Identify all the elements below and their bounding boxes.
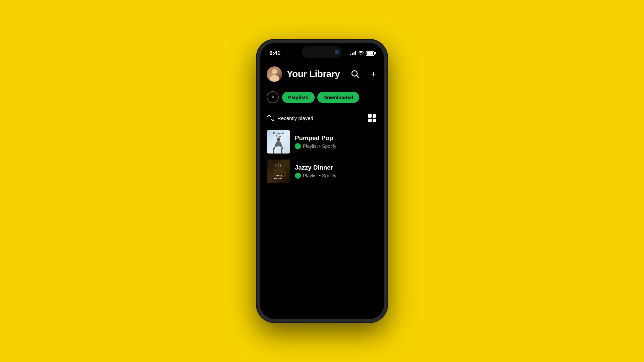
- phone-screen: 9:41: [260, 43, 384, 319]
- grid-icon: [368, 114, 376, 122]
- volume-up-button: [257, 97, 257, 109]
- phone-frame: 9:41: [257, 40, 387, 322]
- download-badge: ↓: [295, 173, 301, 179]
- header-left: Your Library: [267, 66, 340, 82]
- playlist-info-jazzy-dinner: Jazzy Dinner ↓ Playlist • Spotify: [295, 164, 377, 179]
- playlist-type-label: Playlist • Spotify: [303, 143, 336, 149]
- sort-label: Recently played: [277, 115, 313, 121]
- download-arrow-icon: ↓: [297, 144, 299, 148]
- plus-icon: +: [371, 69, 376, 79]
- avatar[interactable]: [267, 66, 282, 82]
- list-item[interactable]: JazzyDinner Jazzy Dinner ↓: [267, 160, 377, 183]
- phone-wrapper: 9:41: [257, 40, 387, 322]
- playlist-type-label: Playlist • Spotify: [303, 173, 336, 178]
- filter-chip-downloaded[interactable]: Downloaded: [317, 92, 359, 103]
- playlist-art-pumped-pop: PumpedPop: [267, 130, 290, 154]
- playlist-name: Pumped Pop: [295, 134, 377, 142]
- playlist-info-pumped-pop: Pumped Pop ↓ Playlist • Spotify: [295, 134, 377, 149]
- playlist-meta: ↓ Playlist • Spotify: [295, 143, 377, 149]
- dynamic-island: [302, 46, 342, 58]
- playlist-list: PumpedPop Pumped P: [267, 130, 377, 183]
- wifi-icon: [358, 51, 364, 56]
- sort-icon: [267, 115, 274, 121]
- filter-row: × Playlists Downloaded: [267, 91, 377, 103]
- download-arrow-icon: ↓: [297, 174, 299, 177]
- pumped-pop-figure: [272, 137, 285, 154]
- filter-chips: Playlists Downloaded: [282, 92, 359, 103]
- volume-down-button: [257, 113, 257, 125]
- status-time: 9:41: [269, 50, 280, 57]
- list-item[interactable]: PumpedPop Pumped P: [267, 130, 377, 154]
- svg-point-2: [277, 138, 280, 141]
- camera-dot: [335, 50, 339, 54]
- sort-left[interactable]: Recently played: [267, 115, 313, 121]
- signal-icon: [350, 51, 356, 55]
- battery-fill: [367, 52, 373, 55]
- sort-row: Recently played: [267, 113, 377, 123]
- playlist-meta: ↓ Playlist • Spotify: [295, 173, 377, 179]
- playlist-art-jazzy-dinner: JazzyDinner: [267, 160, 290, 183]
- grid-view-button[interactable]: [367, 113, 377, 123]
- page-title: Your Library: [287, 69, 340, 79]
- search-icon: [351, 69, 360, 79]
- header-actions: +: [348, 67, 377, 81]
- svg-point-0: [352, 71, 357, 76]
- library-header: Your Library +: [267, 66, 377, 82]
- playlist-name: Jazzy Dinner: [295, 164, 377, 171]
- svg-line-1: [357, 76, 359, 78]
- close-icon: ×: [271, 95, 274, 100]
- search-button[interactable]: [348, 67, 363, 81]
- silent-button: [257, 83, 257, 91]
- battery-icon: [366, 51, 375, 56]
- add-button[interactable]: +: [369, 68, 377, 80]
- power-button: [387, 105, 387, 125]
- filter-chip-playlists[interactable]: Playlists: [282, 92, 315, 103]
- download-badge: ↓: [295, 143, 301, 149]
- app-content: Your Library +: [260, 60, 384, 319]
- close-filter-button[interactable]: ×: [267, 91, 279, 103]
- status-icons: [350, 51, 375, 56]
- svg-rect-4: [274, 170, 283, 171]
